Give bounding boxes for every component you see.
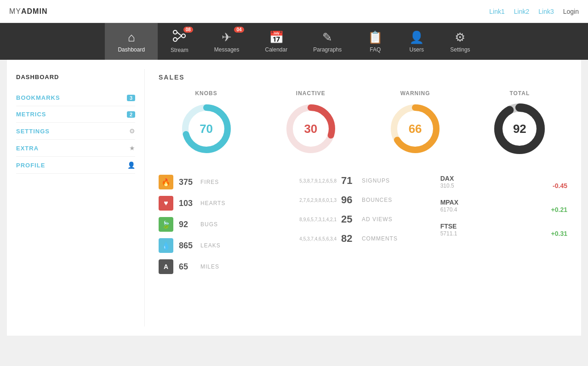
nav-item-settings[interactable]: ⚙ Settings — [437, 23, 483, 60]
top-links: Link1 Link2 Link3 Login — [489, 8, 579, 15]
nav-item-paragraphs[interactable]: ✎ Paragraphs — [300, 23, 354, 60]
chart-label-total: TOTAL — [509, 90, 530, 97]
nav-item-stream[interactable]: 08 Stream — [158, 23, 201, 60]
hearts-icon-box: ♥ — [159, 196, 173, 211]
sidebar-item-extra[interactable]: EXTRA ★ — [16, 140, 135, 157]
donut-knobs: 70 — [179, 101, 234, 156]
mpax-price: 6170.4 — [440, 206, 457, 213]
donut-value-warning: 66 — [409, 122, 422, 136]
donut-inactive: 30 — [283, 101, 338, 156]
ftse-change: +0.31 — [551, 230, 567, 237]
miles-icon: A — [164, 263, 168, 270]
chart-label-warning: WARNING — [400, 90, 430, 97]
sidebar: DASHBOARD BOOKMARKS 3 METRICS 2 SETTINGS… — [7, 69, 145, 326]
bugs-value: 92 — [179, 220, 195, 229]
adviews-value: 25 — [341, 213, 357, 225]
miles-value: 65 — [179, 262, 195, 272]
sidebar-item-bookmarks[interactable]: BOOKMARKS 3 — [16, 90, 135, 106]
nav-item-dashboard[interactable]: ⌂ Dashboard — [105, 23, 158, 60]
profile-icon: 👤 — [127, 161, 135, 169]
login-link[interactable]: Login — [563, 8, 579, 15]
stat-leaks: 💧 865 LEAKS — [159, 238, 285, 253]
stat-signups: 5,3,8,7,9,1,2,6,5,8 71 SIGNUPS — [299, 175, 426, 187]
donut-value-knobs: 70 — [200, 122, 213, 136]
sales-section-title: SALES — [159, 74, 567, 81]
bounces-numbers: 2,7,6,2,9,8,6,0,1,3 — [299, 198, 337, 203]
sidebar-item-settings[interactable]: SETTINGS ⚙ — [16, 123, 135, 140]
users-icon: 👤 — [409, 30, 424, 45]
stat-adviews: 8,9,6,5,7,3,1,4,2,1 25 AD VIEWS — [299, 213, 426, 225]
donut-warning: 66 — [388, 101, 443, 156]
ftse-value-row: 5711.1 +0.31 — [440, 230, 567, 237]
svg-line-4 — [177, 36, 182, 40]
chart-total: TOTAL 92 — [492, 90, 547, 156]
star-icon: ★ — [129, 144, 135, 152]
stat-comments: 4,5,3,7,4,6,5,6,3,4 82 COMMENTS — [299, 233, 426, 245]
link1[interactable]: Link1 — [489, 8, 504, 15]
nav-bar: ⌂ Dashboard 08 Stream 04 ✈ Messages 📅 Ca… — [0, 23, 588, 60]
nav-item-calendar[interactable]: 📅 Calendar — [252, 23, 301, 60]
adviews-label: AD VIEWS — [362, 216, 393, 223]
nav-label-messages: Messages — [214, 46, 240, 53]
sidebar-badge-metrics: 2 — [127, 111, 135, 118]
donut-value-inactive: 30 — [304, 122, 317, 136]
sidebar-badge-bookmarks: 3 — [127, 95, 135, 101]
dax-change: -0.45 — [553, 182, 567, 189]
nav-label-dashboard: Dashboard — [118, 46, 145, 53]
ftse-price: 5711.1 — [440, 230, 457, 237]
bugs-icon: 🍃 — [161, 220, 171, 229]
link3[interactable]: Link3 — [538, 8, 554, 15]
charts-row: KNOBS 70 INACTIVE 30 — [159, 90, 567, 156]
fires-icon-box: 🔥 — [159, 175, 173, 189]
mpax-value-row: 6170.4 +0.21 — [440, 206, 567, 213]
stat-fires: 🔥 375 FIRES — [159, 175, 285, 189]
sidebar-item-settings-left: SETTINGS — [16, 128, 50, 135]
stats-section: 🔥 375 FIRES ♥ 103 HEARTS 🍃 — [159, 175, 567, 280]
sidebar-item-profile[interactable]: PROFILE 👤 — [16, 157, 135, 174]
messages-icon: ✈ — [222, 30, 232, 45]
sidebar-label-extra: EXTRA — [16, 145, 39, 152]
dashboard-icon: ⌂ — [128, 30, 135, 45]
faq-icon: 📋 — [368, 30, 382, 45]
hearts-label: HEARTS — [200, 200, 225, 206]
comments-numbers: 4,5,3,7,4,6,5,6,3,4 — [299, 236, 337, 241]
donut-total: 92 — [492, 101, 547, 156]
leaks-icon: 💧 — [161, 241, 171, 250]
settings-sidebar-icon: ⚙ — [129, 127, 135, 135]
signups-label: SIGNUPS — [362, 177, 390, 184]
top-navbar: MYADMIN Link1 Link2 Link3 Login — [0, 0, 588, 23]
stat-miles: A 65 MILES — [159, 259, 285, 274]
dax-price: 310.5 — [440, 183, 454, 189]
hearts-icon: ♥ — [164, 199, 168, 207]
leaks-value: 865 — [179, 241, 195, 251]
brand-logo: MYADMIN — [9, 7, 47, 16]
stock-stats-col: DAX 310.5 -0.45 MPAX 6170.4 +0.21 — [440, 175, 567, 280]
stat-bugs: 🍃 92 BUGS — [159, 217, 285, 232]
donut-value-total: 92 — [513, 122, 526, 136]
mpax-name: MPAX — [440, 199, 567, 206]
nav-label-paragraphs: Paragraphs — [313, 46, 342, 53]
svg-line-3 — [177, 32, 182, 36]
sparkline-stats-col: 5,3,8,7,9,1,2,6,5,8 71 SIGNUPS 2,7,6,2,9… — [299, 175, 426, 280]
sidebar-item-bookmarks-left: BOOKMARKS — [16, 94, 60, 101]
hearts-value: 103 — [179, 199, 195, 208]
sidebar-item-metrics[interactable]: METRICS 2 — [16, 106, 135, 123]
svg-point-0 — [173, 30, 177, 34]
svg-point-2 — [182, 34, 185, 38]
nav-label-faq: FAQ — [370, 46, 381, 53]
nav-item-messages[interactable]: 04 ✈ Messages — [201, 23, 252, 60]
link2[interactable]: Link2 — [514, 8, 529, 15]
bugs-icon-box: 🍃 — [159, 217, 173, 232]
stock-dax: DAX 310.5 -0.45 — [440, 175, 567, 189]
stock-mpax: MPAX 6170.4 +0.21 — [440, 199, 567, 213]
stat-bounces: 2,7,6,2,9,8,6,0,1,3 96 BOUNCES — [299, 194, 426, 206]
sidebar-label-metrics: METRICS — [16, 111, 46, 118]
sidebar-item-profile-left: PROFILE — [16, 162, 45, 169]
nav-item-faq[interactable]: 📋 FAQ — [354, 23, 396, 60]
nav-label-users: Users — [410, 46, 424, 53]
signups-value: 71 — [341, 175, 357, 187]
miles-icon-box: A — [159, 259, 173, 274]
fires-label: FIRES — [200, 179, 219, 185]
calendar-icon: 📅 — [269, 30, 284, 45]
nav-item-users[interactable]: 👤 Users — [396, 23, 437, 60]
